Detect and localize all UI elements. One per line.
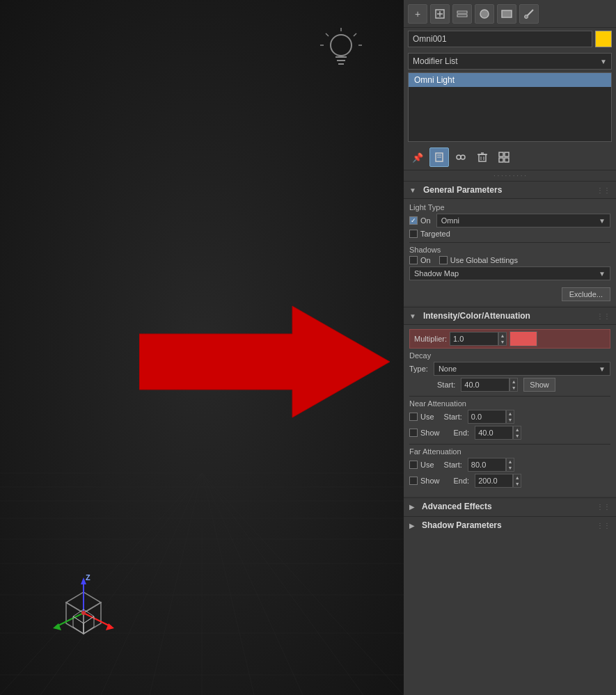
shadows-on-label: On bbox=[420, 256, 431, 264]
multiplier-label: Multiplier: bbox=[414, 335, 447, 343]
targeted-checkbox[interactable] bbox=[409, 230, 418, 238]
multiplier-up[interactable]: ▲ bbox=[499, 333, 506, 339]
create-button[interactable] bbox=[430, 4, 450, 24]
far-start-input[interactable]: 80.0 bbox=[468, 458, 506, 472]
far-start-down[interactable]: ▼ bbox=[507, 465, 514, 471]
decay-start-down[interactable]: ▼ bbox=[510, 385, 517, 391]
on-label: On bbox=[420, 216, 431, 225]
hierarchy-button[interactable] bbox=[475, 4, 494, 24]
multiplier-input[interactable]: 1.0 bbox=[450, 332, 498, 346]
far-end-label: End: bbox=[454, 477, 470, 485]
shadow-type-dropdown[interactable]: Shadow Map ▼ bbox=[409, 266, 610, 280]
utilities-button[interactable] bbox=[519, 4, 539, 24]
svg-rect-62 bbox=[499, 152, 503, 157]
decay-show-button[interactable]: Show bbox=[523, 378, 555, 392]
svg-rect-46 bbox=[457, 11, 467, 13]
targeted-row: Targeted bbox=[409, 230, 610, 238]
multiplier-spinner[interactable]: ▲ ▼ bbox=[498, 332, 507, 346]
use-global-label: Use Global Settings bbox=[450, 256, 518, 264]
intensity-title: Intensity/Color/Attenuation bbox=[423, 311, 592, 321]
svg-point-51 bbox=[525, 15, 528, 18]
far-start-up[interactable]: ▲ bbox=[507, 458, 514, 465]
shadow-params-header[interactable]: ▶ Shadow Parameters ⋮⋮ bbox=[404, 516, 616, 534]
red-arrow bbox=[139, 299, 390, 424]
intensity-content: Multiplier: 1.0 ▲ ▼ Decay Type: None ▼ bbox=[404, 324, 616, 496]
near-show-row: Show End: 40.0 ▲ ▼ bbox=[409, 426, 610, 440]
far-end-spinner[interactable]: ▲ ▼ bbox=[513, 474, 521, 488]
decay-type-label: Type: bbox=[409, 365, 428, 373]
far-end-input[interactable]: 200.0 bbox=[475, 474, 513, 488]
far-use-checkbox[interactable] bbox=[409, 461, 418, 469]
omni-light-item[interactable]: Omni Light bbox=[409, 73, 611, 87]
on-checkbox[interactable]: ✓ bbox=[409, 216, 418, 225]
modifier-icon-button[interactable] bbox=[429, 147, 449, 167]
light-type-arrow: ▼ bbox=[599, 217, 606, 225]
general-params-header[interactable]: ▼ General Parameters ⋮⋮ bbox=[404, 181, 616, 198]
multiplier-down[interactable]: ▼ bbox=[499, 339, 506, 345]
far-show-checkbox[interactable] bbox=[409, 477, 418, 485]
decay-type-arrow: ▼ bbox=[599, 365, 606, 373]
svg-rect-64 bbox=[499, 158, 503, 162]
add-button[interactable]: + bbox=[408, 4, 427, 24]
modify-button[interactable] bbox=[452, 4, 472, 24]
far-use-label: Use bbox=[420, 461, 434, 469]
near-start-group: 0.0 ▲ ▼ bbox=[468, 410, 514, 424]
svg-rect-63 bbox=[505, 152, 509, 157]
near-end-input[interactable]: 40.0 bbox=[475, 426, 513, 440]
intensity-header[interactable]: ▼ Intensity/Color/Attenuation ⋮⋮ bbox=[404, 307, 616, 324]
general-params-arrow: ▼ bbox=[409, 186, 416, 194]
near-show-checkbox[interactable] bbox=[409, 429, 418, 437]
near-end-down[interactable]: ▼ bbox=[514, 433, 521, 439]
near-start-down[interactable]: ▼ bbox=[507, 417, 514, 423]
divider-3 bbox=[409, 444, 610, 445]
light-color-swatch[interactable] bbox=[510, 331, 537, 346]
decay-start-up[interactable]: ▲ bbox=[510, 378, 517, 385]
near-end-up[interactable]: ▲ bbox=[514, 426, 521, 433]
light-type-group: Light Type ✓ On Omni ▼ Targeted bbox=[409, 203, 610, 238]
far-end-up[interactable]: ▲ bbox=[514, 474, 521, 481]
general-params-title: General Parameters bbox=[423, 185, 592, 195]
decay-start-input[interactable]: 40.0 bbox=[461, 378, 510, 392]
properties-button[interactable] bbox=[494, 147, 514, 167]
modifier-list-row: Modifier List ▼ bbox=[404, 50, 616, 72]
near-start-spinner[interactable]: ▲ ▼ bbox=[506, 410, 514, 424]
far-end-down[interactable]: ▼ bbox=[514, 481, 521, 487]
exclude-button[interactable]: Exclude... bbox=[562, 287, 610, 301]
shadow-type-arrow: ▼ bbox=[599, 270, 606, 278]
decay-type-dropdown[interactable]: None ▼ bbox=[434, 362, 610, 376]
advanced-effects-arrow: ▶ bbox=[409, 503, 415, 511]
use-global-checkbox[interactable] bbox=[439, 256, 448, 264]
channel-button[interactable] bbox=[451, 147, 471, 167]
near-start-input[interactable]: 0.0 bbox=[468, 410, 506, 424]
svg-point-55 bbox=[457, 155, 461, 159]
targeted-label: Targeted bbox=[420, 230, 450, 238]
panel-icons: 📌 bbox=[404, 145, 616, 170]
delete-button[interactable] bbox=[473, 147, 492, 167]
shadows-group: Shadows On Use Global Settings Shadow Ma… bbox=[409, 246, 610, 280]
shadow-params-grip: ⋮⋮ bbox=[597, 522, 610, 529]
advanced-effects-header[interactable]: ▶ Advanced Effects ⋮⋮ bbox=[404, 497, 616, 515]
pin-button[interactable]: 📌 bbox=[408, 147, 427, 167]
shadows-on-checkbox[interactable] bbox=[409, 256, 418, 264]
near-use-checkbox[interactable] bbox=[409, 413, 418, 421]
general-params-content: Light Type ✓ On Omni ▼ Targeted Shadows … bbox=[404, 198, 616, 305]
near-start-up[interactable]: ▲ bbox=[507, 410, 514, 417]
object-name-input[interactable] bbox=[408, 31, 592, 47]
modifier-list-dropdown[interactable]: Modifier List ▼ bbox=[408, 53, 612, 70]
far-atten-label: Far Attenuation bbox=[409, 447, 610, 456]
color-swatch[interactable] bbox=[595, 31, 612, 47]
shadow-params-title: Shadow Parameters bbox=[422, 520, 592, 530]
motion-button[interactable] bbox=[497, 4, 516, 24]
advanced-effects-title: Advanced Effects bbox=[422, 502, 592, 511]
advanced-effects-grip: ⋮⋮ bbox=[597, 503, 610, 511]
svg-point-39 bbox=[81, 611, 86, 615]
viewport[interactable]: Z bbox=[0, 0, 404, 695]
modifier-list-box: Omni Light bbox=[408, 72, 612, 142]
light-type-dropdown[interactable]: Omni ▼ bbox=[436, 214, 610, 227]
far-show-label: Show bbox=[420, 477, 440, 485]
decay-start-spinner[interactable]: ▲ ▼ bbox=[510, 378, 518, 392]
svg-point-48 bbox=[480, 10, 489, 18]
far-start-spinner[interactable]: ▲ ▼ bbox=[506, 458, 514, 472]
near-end-spinner[interactable]: ▲ ▼ bbox=[513, 426, 521, 440]
near-start-label: Start: bbox=[444, 413, 462, 421]
